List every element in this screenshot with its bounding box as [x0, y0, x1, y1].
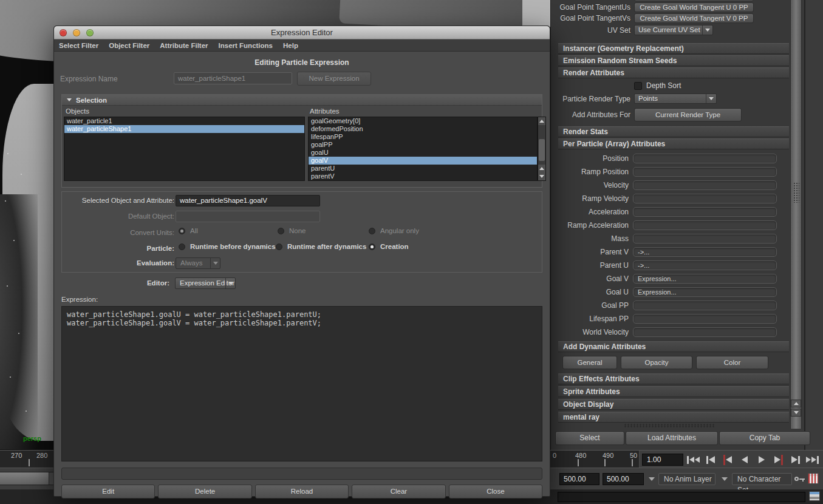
edit-button[interactable]: Edit: [61, 485, 155, 499]
panel-drag-handle[interactable]: [624, 424, 715, 427]
go-to-end-button[interactable]: [805, 454, 819, 466]
objects-list-item[interactable]: water_particle1: [64, 117, 304, 125]
auto-key-icon[interactable]: [794, 475, 805, 483]
expression-name-input[interactable]: water_particleShape1: [174, 72, 292, 84]
delete-button[interactable]: Delete: [158, 485, 251, 499]
reload-button[interactable]: Reload: [255, 485, 349, 499]
selection-section-header[interactable]: Selection: [62, 95, 542, 106]
attribute-field[interactable]: [633, 314, 777, 324]
attribute-field[interactable]: [633, 154, 777, 163]
objects-list-item[interactable]: water_particleShape1: [64, 125, 304, 133]
section-header-mental-ray[interactable]: mental ray: [558, 412, 789, 423]
anim-layer-field[interactable]: No Anim Layer: [658, 473, 715, 485]
attributes-list-item[interactable]: parentV: [309, 172, 537, 180]
section-header-instancer[interactable]: Instancer (Geometry Replacement): [558, 43, 789, 54]
section-header-render-stats[interactable]: Render Stats: [558, 126, 789, 137]
particle-option[interactable]: Runtime after dynamics: [276, 243, 366, 250]
chevron-down-icon[interactable]: [722, 477, 728, 481]
range-slider[interactable]: [0, 472, 53, 485]
close-window-icon[interactable]: [60, 29, 67, 36]
attribute-editor-scrollbar[interactable]: [790, 0, 802, 429]
attribute-field[interactable]: ->...: [633, 261, 777, 270]
menu-object-filter[interactable]: Object Filter: [109, 42, 149, 49]
menu-insert-functions[interactable]: Insert Functions: [219, 42, 273, 49]
chevron-down-icon[interactable]: [649, 477, 655, 481]
default-object-input[interactable]: [176, 211, 320, 222]
step-forward-frame-button[interactable]: [788, 454, 802, 466]
attributes-list-item[interactable]: goalV: [309, 157, 537, 165]
attributes-list-item[interactable]: parentU: [309, 165, 537, 172]
character-set-field[interactable]: No Character Set: [732, 473, 792, 485]
attribute-field[interactable]: [633, 167, 777, 177]
section-header-object-display[interactable]: Object Display: [558, 399, 789, 410]
clear-button[interactable]: Clear: [352, 485, 445, 499]
attribute-field[interactable]: [633, 327, 777, 337]
current-render-type-button[interactable]: Current Render Type: [634, 108, 742, 121]
go-to-start-button[interactable]: [686, 454, 700, 466]
copy-tab-button[interactable]: Copy Tab: [719, 431, 810, 445]
attribute-field[interactable]: [633, 207, 777, 217]
uv-set-dropdown[interactable]: Use Current UV Set: [634, 25, 713, 35]
scroll-up-icon[interactable]: [538, 165, 545, 172]
window-titlebar[interactable]: Expression Editor: [54, 26, 550, 39]
close-button[interactable]: Close: [449, 485, 542, 499]
playback-start-field[interactable]: 500.00: [559, 473, 599, 485]
playback-end-field[interactable]: 500.00: [603, 473, 644, 485]
create-goal-tangent-u-button[interactable]: Create Goal World Tangent U 0 PP: [634, 2, 754, 12]
particle-render-type-dropdown[interactable]: Points: [634, 94, 717, 104]
current-time-field[interactable]: 1.00: [642, 454, 683, 466]
command-line-input[interactable]: [558, 492, 805, 502]
step-back-frame-button[interactable]: [703, 454, 717, 466]
selected-attribute-input[interactable]: water_particleShape1.goalV: [176, 195, 320, 206]
zoom-window-icon[interactable]: [86, 29, 94, 36]
scroll-up-icon[interactable]: [791, 400, 801, 407]
expression-text-area[interactable]: water_particleShape1.goalU = water_parti…: [61, 306, 542, 461]
convert-units-option[interactable]: Angular only: [369, 227, 419, 234]
attribute-field[interactable]: [633, 194, 777, 203]
menu-select-filter[interactable]: Select Filter: [59, 42, 98, 49]
menu-help[interactable]: Help: [283, 42, 298, 49]
attributes-list-item[interactable]: lifespanPP: [309, 133, 537, 141]
attribute-field[interactable]: [633, 234, 777, 243]
editor-dropdown[interactable]: Expression Editor: [175, 278, 236, 289]
attribute-field[interactable]: [633, 180, 777, 190]
play-backward-button[interactable]: [737, 454, 751, 466]
step-back-key-button[interactable]: [720, 454, 734, 466]
convert-units-option[interactable]: None: [278, 227, 306, 234]
range-slider-handle[interactable]: [49, 472, 53, 485]
particle-option[interactable]: Creation: [369, 243, 409, 250]
attributes-list[interactable]: goalGeometry[0]deformedPositionlifespanP…: [308, 117, 538, 181]
section-header-clip-effects[interactable]: Clip Effects Attributes: [558, 373, 789, 384]
scrollbar-thumb[interactable]: [539, 139, 545, 161]
attributes-list-item[interactable]: goalPP: [309, 141, 537, 149]
scroll-down-icon[interactable]: [791, 409, 801, 417]
section-header-emission-seeds[interactable]: Emission Random Stream Seeds: [558, 55, 789, 66]
scrollbar-grip[interactable]: [793, 182, 799, 203]
create-goal-tangent-v-button[interactable]: Create Goal World Tangent V 0 PP: [634, 13, 754, 23]
partial-button[interactable]: [634, 0, 754, 1]
section-header-render-attributes[interactable]: Render Attributes: [558, 67, 789, 78]
section-header-per-particle[interactable]: Per Particle (Array) Attributes: [558, 138, 789, 149]
section-header-sprite[interactable]: Sprite Attributes: [558, 386, 789, 397]
attributes-list-item[interactable]: goalGeometry[0]: [309, 117, 537, 125]
particle-option[interactable]: Runtime before dynamics: [179, 243, 276, 250]
attributes-list-item[interactable]: deformedPosition: [309, 125, 537, 133]
minimize-window-icon[interactable]: [73, 29, 80, 36]
scroll-down-icon[interactable]: [538, 172, 545, 180]
select-button[interactable]: Select: [555, 431, 624, 445]
play-forward-button[interactable]: [754, 454, 768, 466]
convert-units-option[interactable]: All: [179, 227, 198, 234]
attribute-field[interactable]: [633, 301, 777, 310]
attribute-field[interactable]: Expression...: [633, 287, 777, 297]
attribute-field[interactable]: [633, 220, 777, 230]
scroll-up-icon[interactable]: [538, 117, 545, 125]
attributes-list-item[interactable]: goalU: [309, 149, 537, 157]
attribute-field[interactable]: ->...: [633, 247, 777, 257]
animation-preferences-icon[interactable]: [808, 473, 819, 484]
attribute-field[interactable]: Expression...: [633, 274, 777, 284]
attributes-list-scrollbar[interactable]: [538, 117, 546, 181]
objects-list[interactable]: water_particle1water_particleShape1: [64, 117, 305, 181]
color-button[interactable]: Color: [696, 356, 768, 369]
depth-sort-checkbox[interactable]: [634, 82, 642, 90]
new-expression-button[interactable]: New Expression: [297, 72, 371, 86]
